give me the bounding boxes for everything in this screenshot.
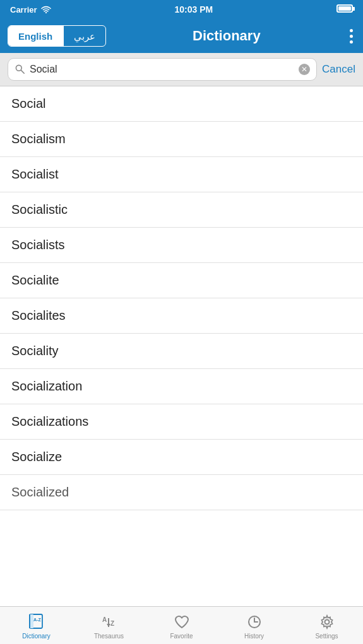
dot1 <box>350 29 353 32</box>
language-toggle[interactable]: English عربي <box>8 25 106 47</box>
word-text: Socialists <box>11 238 64 252</box>
svg-text:A: A <box>102 616 107 623</box>
clear-search-button[interactable]: ✕ <box>299 64 310 75</box>
list-item[interactable]: Socialized <box>0 475 363 510</box>
lang-english-button[interactable]: English <box>8 26 62 46</box>
list-item[interactable]: Socialite <box>0 263 363 298</box>
carrier-wifi: Carrier <box>10 5 51 15</box>
dot3 <box>350 40 353 44</box>
more-menu-button[interactable] <box>347 25 355 47</box>
tab-history-label: History <box>244 633 264 640</box>
word-text: Social <box>11 97 45 110</box>
dictionary-icon: A-Z <box>28 613 45 631</box>
svg-text:Z: Z <box>110 620 114 627</box>
search-input-wrap[interactable]: ✕ <box>8 58 317 81</box>
tab-dictionary[interactable]: A-Z Dictionary <box>0 609 73 642</box>
list-item[interactable]: Socialization <box>0 369 363 404</box>
bottom-pad <box>0 510 363 551</box>
thesaurus-icon: A Z <box>100 613 118 631</box>
search-input[interactable] <box>30 64 294 75</box>
app-header: English عربي Dictionary <box>0 19 363 53</box>
lang-arabic-button[interactable]: عربي <box>64 26 105 46</box>
status-bar: Carrier 10:03 PM <box>0 0 363 19</box>
battery-icon <box>336 4 353 15</box>
search-icon <box>15 64 25 76</box>
list-item[interactable]: Socialism <box>0 122 363 157</box>
tab-history[interactable]: History <box>218 609 290 642</box>
carrier-label: Carrier <box>10 5 37 15</box>
tab-bar: A-Z Dictionary A Z Thesaurus Favorite Hi… <box>0 606 363 644</box>
status-time: 10:03 PM <box>174 4 213 15</box>
favorite-icon <box>173 613 191 631</box>
word-text: Sociality <box>11 344 58 358</box>
word-text: Socialism <box>11 132 66 146</box>
tab-thesaurus[interactable]: A Z Thesaurus <box>73 609 145 642</box>
word-text: Socialistic <box>11 202 68 216</box>
word-text: Socialist <box>11 167 58 181</box>
search-bar: ✕ Cancel <box>0 53 363 86</box>
tab-settings[interactable]: Settings <box>290 609 363 642</box>
list-item[interactable]: Social <box>0 86 363 122</box>
word-text: Socializations <box>11 414 88 428</box>
dot2 <box>350 35 353 38</box>
list-item[interactable]: Socialist <box>0 157 363 192</box>
list-item[interactable]: Socialites <box>0 298 363 334</box>
list-item[interactable]: Socialistic <box>0 192 363 228</box>
word-text: Socialization <box>11 379 82 393</box>
app-title: Dictionary <box>193 28 261 44</box>
word-text: Socialized <box>11 485 69 499</box>
tab-thesaurus-label: Thesaurus <box>94 633 124 640</box>
settings-icon <box>318 613 336 631</box>
wifi-icon <box>41 6 51 13</box>
tab-favorite[interactable]: Favorite <box>145 609 218 642</box>
tab-settings-label: Settings <box>315 633 338 640</box>
list-item[interactable]: Socializations <box>0 404 363 440</box>
word-text: Socialite <box>11 273 59 287</box>
cancel-button[interactable]: Cancel <box>322 63 355 76</box>
list-item[interactable]: Socialists <box>0 228 363 263</box>
svg-point-14 <box>324 619 329 624</box>
history-icon <box>246 613 263 631</box>
svg-point-0 <box>45 12 46 13</box>
word-text: Socialize <box>11 450 62 464</box>
svg-text:A-Z: A-Z <box>33 618 41 622</box>
tab-favorite-label: Favorite <box>170 633 193 640</box>
word-list: Social Socialism Socialist Socialistic S… <box>0 86 363 551</box>
word-text: Socialites <box>11 308 66 322</box>
svg-line-2 <box>21 70 24 73</box>
list-item[interactable]: Socialize <box>0 440 363 475</box>
list-item[interactable]: Sociality <box>0 334 363 369</box>
tab-dictionary-label: Dictionary <box>22 633 50 640</box>
